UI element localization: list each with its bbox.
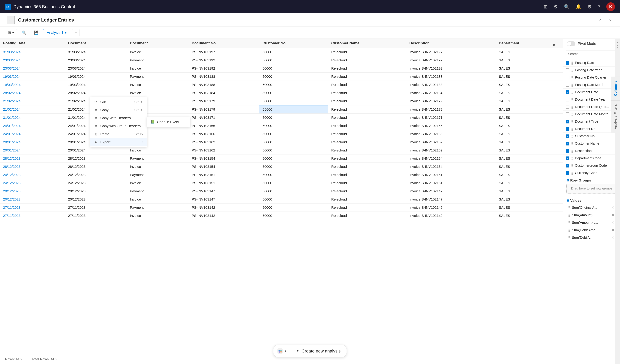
posting-date-link[interactable]: 21/02/2024 bbox=[3, 99, 20, 103]
posting-date-link[interactable]: 20/12/2023 bbox=[3, 189, 20, 193]
table-row[interactable]: 23/03/2024 23/03/2024 Payment PS-INV1031… bbox=[0, 56, 563, 64]
value-remove-button[interactable]: ✕ bbox=[610, 205, 615, 210]
table-row[interactable]: 31/03/2024 31/03/2024 Invoice PS-INV1031… bbox=[0, 48, 563, 56]
posting-date-link[interactable]: 24/01/2024 bbox=[3, 132, 20, 136]
bottom-bar-logo-btn[interactable]: ▾ bbox=[273, 345, 290, 357]
col-checkbox[interactable] bbox=[566, 98, 569, 102]
columns-search-input[interactable] bbox=[566, 51, 618, 57]
col-checkbox[interactable]: ✓ bbox=[566, 164, 569, 167]
posting-date-link[interactable]: 20/12/2023 bbox=[3, 197, 20, 201]
col-checkbox[interactable]: ✓ bbox=[566, 157, 569, 160]
collapse-icon[interactable]: ⤡ bbox=[606, 16, 613, 24]
posting-date-link[interactable]: 23/03/2024 bbox=[3, 58, 20, 62]
posting-date-link[interactable]: 28/12/2023 bbox=[3, 165, 20, 169]
value-remove-button[interactable]: ✕ bbox=[610, 220, 615, 225]
col-checkbox[interactable]: ✓ bbox=[566, 127, 569, 131]
table-row[interactable]: 28/02/2024 28/02/2024 Invoice PS-INV1031… bbox=[0, 89, 563, 97]
help-icon[interactable]: ? bbox=[598, 4, 600, 9]
col-checkbox[interactable]: ✓ bbox=[566, 171, 569, 175]
col-checkbox[interactable] bbox=[566, 105, 569, 109]
table-row[interactable]: 21/02/2024 21/02/2024 Invoice PS-INV1031… bbox=[0, 105, 563, 114]
table-row[interactable]: 20/01/2024 20/01/2024 Invoice PS-INV1031… bbox=[0, 146, 563, 155]
posting-date-link[interactable]: 28/02/2024 bbox=[3, 91, 20, 95]
table-row[interactable]: 19/03/2024 19/03/2024 Payment PS-INV1031… bbox=[0, 73, 563, 81]
table-row[interactable]: 27/11/2023 27/11/2023 Invoice PS-INV1031… bbox=[0, 212, 563, 220]
col-checkbox[interactable] bbox=[566, 76, 569, 79]
ctx-copy-group-headers[interactable]: ⧉ Copy with Group Headers bbox=[90, 122, 147, 130]
col-checkbox[interactable] bbox=[566, 112, 569, 116]
apps-icon[interactable]: ⊞ bbox=[544, 4, 548, 10]
col-checkbox[interactable]: ✓ bbox=[566, 142, 569, 146]
col-checkbox[interactable]: ✓ bbox=[566, 120, 569, 123]
export-excel-item[interactable]: 📗 Open in Excel bbox=[147, 118, 190, 126]
view-options-button[interactable]: ⊞ ▾ bbox=[5, 29, 17, 36]
settings-icon[interactable]: ⚙ bbox=[554, 4, 558, 10]
user-avatar[interactable]: K bbox=[606, 2, 615, 11]
table-row[interactable]: 20/01/2024 20/01/2024 Payment PS-INV1031… bbox=[0, 138, 563, 146]
ctx-copy-headers[interactable]: ⧉ Copy With Headers bbox=[90, 114, 147, 122]
posting-date-link[interactable]: 21/02/2024 bbox=[3, 107, 20, 111]
table-row[interactable]: 31/01/2024 31/01/2024 Invoice PS-INV1031… bbox=[0, 114, 563, 122]
pivot-mode-toggle[interactable] bbox=[567, 41, 575, 46]
value-remove-button[interactable]: ✕ bbox=[610, 213, 615, 217]
table-row[interactable]: 19/03/2024 19/03/2024 Invoice PS-INV1031… bbox=[0, 81, 563, 89]
column-list-item[interactable]: ✓ ⣿ Currency Code bbox=[563, 169, 620, 176]
column-list-item[interactable]: ✓ ⣿ Department Code bbox=[563, 155, 620, 162]
value-remove-button[interactable]: ✕ bbox=[610, 228, 615, 232]
col-header-customer-no[interactable]: Customer No. bbox=[259, 39, 328, 48]
back-button[interactable]: ← bbox=[7, 16, 15, 24]
col-header-document-no[interactable]: Document No. bbox=[189, 39, 259, 48]
posting-date-link[interactable]: 20/01/2024 bbox=[3, 140, 20, 144]
posting-date-link[interactable]: 24/12/2023 bbox=[3, 173, 20, 177]
posting-date-link[interactable]: 19/03/2024 bbox=[3, 74, 20, 78]
ctx-cut[interactable]: ✂ Cut Ctrl+C bbox=[90, 98, 147, 106]
table-row[interactable]: 28/12/2023 28/12/2023 Payment PS-INV1031… bbox=[0, 155, 563, 163]
posting-date-link[interactable]: 23/03/2024 bbox=[3, 66, 20, 70]
side-tab-analysis-filters[interactable]: Analysis Filters bbox=[611, 100, 620, 133]
col-checkbox[interactable]: ✓ bbox=[566, 149, 569, 153]
posting-date-link[interactable]: 28/12/2023 bbox=[3, 157, 20, 160]
posting-date-link[interactable]: 24/01/2024 bbox=[3, 124, 20, 128]
bell-icon[interactable]: 🔔 bbox=[576, 4, 581, 10]
posting-date-link[interactable]: 31/03/2024 bbox=[3, 50, 20, 54]
value-remove-button[interactable]: ✕ bbox=[610, 235, 615, 240]
save-button[interactable]: 💾 bbox=[31, 29, 41, 36]
posting-date-link[interactable]: 27/11/2023 bbox=[3, 205, 20, 209]
column-list-item[interactable]: ✓ ⣿ Description bbox=[563, 147, 620, 155]
col-header-posting-date[interactable]: Posting Date bbox=[0, 39, 65, 48]
column-list-item[interactable]: ✓ ⣿ Posting Date bbox=[563, 59, 620, 67]
col-header-document-date[interactable]: Document... bbox=[65, 39, 127, 48]
posting-date-link[interactable]: 27/11/2023 bbox=[3, 214, 20, 218]
table-row[interactable]: 21/02/2024 21/02/2024 Payment PS-INV1031… bbox=[0, 97, 563, 105]
table-row[interactable]: 20/12/2023 20/12/2023 Invoice PS-INV1031… bbox=[0, 195, 563, 204]
search-button[interactable]: 🔍 bbox=[19, 29, 29, 36]
col-header-description[interactable]: Description bbox=[406, 39, 496, 48]
posting-date-link[interactable]: 24/12/2023 bbox=[3, 181, 20, 185]
table-row[interactable]: 27/11/2023 27/11/2023 Payment PS-INV1031… bbox=[0, 204, 563, 212]
table-row[interactable]: 24/12/2023 24/12/2023 Invoice PS-INV1031… bbox=[0, 179, 563, 187]
ctx-export[interactable]: ⬇ Export › bbox=[90, 138, 147, 146]
gear-icon[interactable]: ⚙ bbox=[588, 4, 592, 10]
analysis-tab-button[interactable]: Analysis 1 ▾ bbox=[43, 29, 70, 36]
table-row[interactable]: 24/01/2024 24/01/2024 Payment PS-INV1031… bbox=[0, 122, 563, 130]
col-checkbox[interactable] bbox=[566, 83, 569, 87]
posting-date-link[interactable]: 20/01/2024 bbox=[3, 148, 20, 152]
table-row[interactable]: 20/12/2023 20/12/2023 Payment PS-INV1031… bbox=[0, 187, 563, 195]
side-tab-columns[interactable]: Columns bbox=[611, 77, 620, 100]
ctx-copy[interactable]: ⧉ Copy Ctrl+C bbox=[90, 106, 147, 114]
filter-button[interactable]: ▼ bbox=[550, 41, 558, 50]
table-row[interactable]: 24/01/2024 24/01/2024 Invoice PS-INV1031… bbox=[0, 130, 563, 138]
table-row[interactable]: 23/03/2024 23/03/2024 Invoice PS-INV1031… bbox=[0, 64, 563, 73]
add-analysis-button[interactable]: + bbox=[72, 29, 79, 36]
col-header-customer-name[interactable]: Customer Name bbox=[328, 39, 406, 48]
col-checkbox[interactable] bbox=[566, 68, 569, 72]
column-list-item[interactable]: ✓ ⣿ Customer No. bbox=[563, 133, 620, 140]
table-row[interactable]: 28/12/2023 28/12/2023 Invoice PS-INV1031… bbox=[0, 163, 563, 171]
table-row[interactable]: 24/12/2023 24/12/2023 Payment PS-INV1031… bbox=[0, 171, 563, 179]
create-new-analysis-button[interactable]: ✦ Create new analysis bbox=[290, 346, 347, 357]
table-scroll-wrapper[interactable]: Posting Date Document... Document... Doc… bbox=[0, 39, 563, 354]
column-list-item[interactable]: ⣿ Posting Date Year bbox=[563, 67, 620, 74]
row-groups-drop-zone[interactable]: Drag here to set row groups bbox=[566, 184, 617, 194]
column-list-item[interactable]: ✓ ⣿ Customer Name bbox=[563, 140, 620, 147]
search-icon[interactable]: 🔍 bbox=[564, 4, 570, 10]
